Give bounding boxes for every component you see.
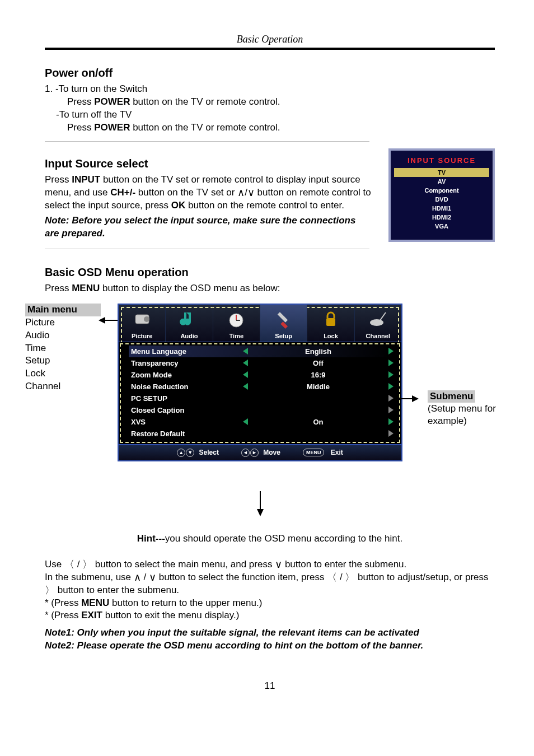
osd-tab-label: Audio [166,333,212,339]
osd-tab-label: Lock [307,333,354,339]
osd-tab-label: Setup [260,333,307,339]
osd-tab-label: Time [213,333,260,339]
osd-row[interactable]: Zoom Mode16:9 [129,369,394,381]
input-source-item[interactable]: DVD [394,195,489,204]
osd-tab-channel[interactable]: Channel [355,305,401,342]
osd-row-value: On [251,418,385,426]
divider [45,249,369,249]
input-source-note: Note: Before you select the input source… [45,214,372,240]
main-menu-item: Picture [25,316,101,329]
osd-row-label: Noise Reduction [129,382,243,391]
osd-row-value: English [251,347,385,356]
osd-row[interactable]: XVSOn [129,416,394,428]
power-heading: Power on/off [45,67,495,80]
main-menu-item: Setup [25,354,101,367]
arrow-icon [395,393,419,404]
power-line2: Press POWER button on the TV or remote c… [67,96,495,109]
osd-row[interactable]: Closed Caption [129,404,394,416]
svg-point-10 [370,319,383,326]
input-source-item[interactable]: Component [394,186,489,195]
power-line3: -To turn off the TV [56,109,495,122]
osd-row-label: Closed Caption [129,406,243,414]
divider [45,141,369,142]
power-line4: Press POWER button on the TV or remote c… [67,122,495,134]
arrow-left-icon[interactable] [243,371,248,378]
arrow-right-icon[interactable] [388,407,394,413]
hint-move: ◄► Move [241,449,280,457]
usage-note2: Note2: Please operate the OSD menu accor… [45,640,495,652]
arrow-right-icon[interactable] [388,395,394,402]
page-number: 11 [45,680,495,692]
main-menu-item: Lock [25,367,101,380]
osd-tabs: PictureAudioTimeSetupLockChannel [119,305,401,342]
osd-tab-label: Channel [355,333,401,339]
input-source-item[interactable]: AV [394,177,489,186]
osd-tab-label: Picture [119,333,165,339]
osd-panel: PictureAudioTimeSetupLockChannel Menu La… [118,304,402,461]
svg-point-3 [144,316,149,322]
hint-exit: MENU Exit [303,449,343,457]
osd-submenu-body: Menu LanguageEnglishTransparencyOffZoom … [119,342,401,444]
input-source-panel: INPUT SOURCE TVAVComponentDVDHDMI1HDMI2V… [388,148,495,242]
svg-rect-8 [277,312,287,322]
arrow-right-icon[interactable] [388,418,394,425]
osd-row-value: 16:9 [251,371,385,379]
arrow-right-icon[interactable] [388,371,394,378]
svg-marker-1 [99,317,105,324]
main-menu-item: Time [25,342,101,355]
input-source-item[interactable]: VGA [394,222,489,231]
osd-tab-picture[interactable]: Picture [119,305,166,342]
osd-heading: Basic OSD Menu operation [45,266,495,279]
osd-tab-lock[interactable]: Lock [307,305,354,342]
usage-line2: In the submenu, use ∧ / ∨ button to sele… [45,571,495,597]
osd-row-label: Restore Default [129,430,243,438]
channel-icon [367,308,389,330]
osd-row[interactable]: Noise ReductionMiddle [129,381,394,393]
arrow-left-icon[interactable] [243,348,248,354]
osd-row[interactable]: TransparencyOff [129,357,394,369]
arrow-left-icon[interactable] [243,383,248,390]
arrow-left-icon[interactable] [243,360,248,366]
power-line1: 1. -To turn on the Switch [45,83,495,96]
svg-rect-7 [280,321,288,329]
time-icon [225,308,247,330]
osd-row-label: Zoom Mode [129,371,243,379]
osd-tab-setup[interactable]: Setup [260,305,307,342]
input-source-item[interactable]: HDMI2 [394,213,489,222]
hint-select: ▲▼ Select [177,449,219,457]
arrow-left-icon[interactable] [243,418,248,425]
page-section-header: Basic Operation [45,34,495,50]
input-source-heading: Input Source select [45,157,372,170]
input-source-paragraph: Press INPUT button on the TV set or remo… [45,174,372,212]
arrow-right-icon[interactable] [388,383,394,390]
osd-row-label: PC SETUP [129,394,243,403]
osd-row[interactable]: Restore Default [129,428,394,440]
submenu-label: Submenu (Setup menu for example) [428,390,506,427]
osd-hint-bar: ▲▼ Select ◄► Move MENU Exit [119,444,401,460]
main-menu-item: Channel [25,380,101,393]
input-source-item[interactable]: HDMI1 [394,204,489,213]
svg-marker-13 [412,395,419,402]
osd-tab-time[interactable]: Time [213,305,260,342]
arrow-right-icon[interactable] [388,360,394,366]
main-menu-item: Audio [25,329,101,342]
usage-note1: Note1: Only when you input the suitable … [45,627,495,640]
arrow-right-icon[interactable] [388,430,394,437]
usage-line1: Use 〈 / 〉 button to select the main menu… [45,558,495,571]
osd-row-value: Off [251,359,385,367]
arrow-right-icon[interactable] [388,348,394,354]
audio-icon [178,308,200,330]
main-menu-label: Main menu PictureAudioTimeSetupLockChann… [25,304,101,394]
osd-row[interactable]: Menu LanguageEnglish [129,346,394,357]
setup-icon [273,308,295,330]
hint-caption: Hint---you should operate the OSD menu a… [45,533,495,544]
input-source-item[interactable]: TV [394,168,489,177]
osd-tab-audio[interactable]: Audio [166,305,213,342]
input-source-title: INPUT SOURCE [394,154,489,168]
osd-row-label: XVS [129,418,243,426]
osd-row[interactable]: PC SETUP [129,393,394,404]
osd-intro: Press MENU button to display the OSD men… [45,282,495,295]
osd-row-label: Menu Language [129,347,243,356]
usage-line4: * (Press EXIT button to exit the menu di… [45,609,495,622]
svg-rect-9 [326,318,335,326]
